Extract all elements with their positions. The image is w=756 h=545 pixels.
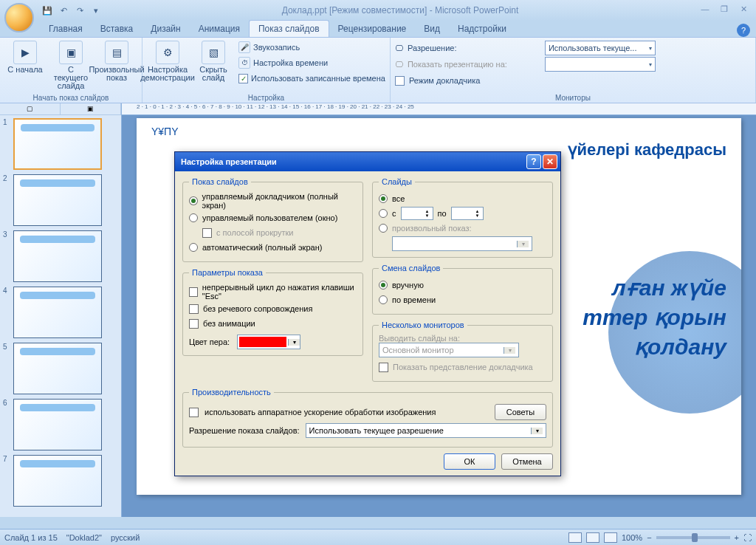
zoom-in-button[interactable]: + xyxy=(735,533,739,542)
slide-thumbnail[interactable]: 2 xyxy=(3,174,118,226)
language-indicator[interactable]: русский xyxy=(111,533,140,542)
to-spinner[interactable]: ▲▼ xyxy=(451,207,484,220)
setup-show-dialog: Настройка презентации ? ✕ Показ слайдов … xyxy=(174,151,561,476)
slides-range-radio[interactable]: с ▲▼ по ▲▼ xyxy=(379,207,546,220)
from-spinner[interactable]: ▲▼ xyxy=(401,207,433,220)
slideshow-resolution-dropdown[interactable]: Использовать текущее разрешение▾ xyxy=(306,423,546,438)
fieldset-legend: Слайды xyxy=(379,177,415,186)
slideshow-resolution-label: Разрешение показа слайдов: xyxy=(189,426,300,435)
cancel-button[interactable]: Отмена xyxy=(501,453,553,470)
tips-button[interactable]: Советы xyxy=(495,404,546,420)
presenter-view-dialog-checkbox: Показать представление докладчика xyxy=(379,360,546,374)
slide-body-text: лған жүйе ттер қорын қолдану xyxy=(583,273,726,362)
fieldset-legend: Показ слайдов xyxy=(189,177,251,186)
sorter-view-button[interactable] xyxy=(586,532,599,543)
slide-thumbnail[interactable]: 6 xyxy=(3,399,118,450)
clock-icon: ⏱ xyxy=(238,57,250,69)
show-type-user-radio[interactable]: управляемый пользователем (окно) xyxy=(189,211,357,224)
setup-icon: ⚙ xyxy=(156,41,179,64)
chevron-down-icon: ▾ xyxy=(288,339,300,346)
fieldset-legend: Производительность xyxy=(189,388,274,397)
checkbox-icon xyxy=(189,319,199,329)
rehearse-timings-button[interactable]: ⏱Настройка времени xyxy=(238,56,385,69)
dialog-title: Настройка презентации xyxy=(181,157,277,166)
start-from-current-button[interactable]: ▣С текущего слайда xyxy=(50,39,92,92)
presenter-view-checkbox[interactable] xyxy=(395,76,405,86)
chevron-down-icon: ▾ xyxy=(649,45,652,52)
show-type-presenter-radio[interactable]: управляемый докладчиком (полный экран) xyxy=(189,192,357,210)
undo-icon[interactable]: ↶ xyxy=(58,4,69,16)
dialog-help-button[interactable]: ? xyxy=(526,154,541,169)
tab-addins[interactable]: Надстройки xyxy=(449,21,515,37)
zoom-slider[interactable] xyxy=(656,536,730,539)
zoom-out-button[interactable]: − xyxy=(647,533,651,542)
office-button[interactable] xyxy=(4,3,34,32)
advance-manual-radio[interactable]: вручную xyxy=(379,278,546,292)
slide-title: үйелері кафедрасы xyxy=(568,140,726,160)
start-from-beginning-button[interactable]: ▶С начала xyxy=(4,39,46,75)
close-icon[interactable]: ✕ xyxy=(737,4,750,16)
slideshow-view-button[interactable] xyxy=(604,532,617,543)
fieldset-legend: Несколько мониторов xyxy=(379,321,467,329)
slide-counter: Слайд 1 из 15 xyxy=(4,533,58,542)
tab-design[interactable]: Дизайн xyxy=(142,21,189,37)
hardware-accel-checkbox[interactable] xyxy=(189,408,199,417)
group-label: Настройка xyxy=(147,92,385,102)
tab-home[interactable]: Главная xyxy=(40,21,92,37)
minimize-icon[interactable]: — xyxy=(698,4,712,16)
ok-button[interactable]: ОК xyxy=(444,453,495,470)
title-bar: 💾 ↶ ↷ ▾ Доклад.ppt [Режим совместимости]… xyxy=(0,0,756,21)
save-icon[interactable]: 💾 xyxy=(41,4,53,16)
record-narration-button[interactable]: 🎤Звукозапись xyxy=(238,41,385,54)
slide-thumbnail[interactable]: 3 xyxy=(3,230,118,282)
output-monitor-label: Выводить слайды на: xyxy=(379,334,546,343)
pen-color-label: Цвет пера: xyxy=(189,337,230,346)
theme-name: "Doklad2" xyxy=(66,533,102,542)
restore-icon[interactable]: ❐ xyxy=(718,4,731,16)
radio-icon xyxy=(379,209,388,218)
status-bar: Слайд 1 из 15 "Doklad2" русский 100% − +… xyxy=(0,529,756,545)
ribbon: ▶С начала ▣С текущего слайда ▤Произвольн… xyxy=(0,37,756,103)
dialog-title-bar[interactable]: Настройка презентации ? ✕ xyxy=(175,152,560,171)
show-type-kiosk-radio[interactable]: автоматический (полный экран) xyxy=(189,241,357,254)
window-title: Доклад.ppt [Режим совместимости] - Micro… xyxy=(102,5,698,16)
use-timings-checkbox[interactable]: ✓Использовать записанные времена xyxy=(238,72,385,85)
chevron-down-icon: ▾ xyxy=(649,61,652,68)
custom-icon: ▤ xyxy=(105,41,128,64)
no-narration-checkbox[interactable]: без речевого сопровождения xyxy=(189,302,357,315)
slide-thumbnail[interactable]: 4 xyxy=(3,287,118,338)
ribbon-tabs: Главная Вставка Дизайн Анимация Показ сл… xyxy=(0,21,756,37)
fit-to-window-button[interactable]: ⛶ xyxy=(743,533,752,542)
tab-insert[interactable]: Вставка xyxy=(92,21,142,37)
resolution-dropdown[interactable]: Использовать текуще...▾ xyxy=(545,41,656,55)
chevron-down-icon: ▾ xyxy=(504,347,515,354)
custom-show-button[interactable]: ▤Произвольный показ xyxy=(96,39,137,83)
tab-review[interactable]: Рецензирование xyxy=(329,21,416,37)
outline-tab[interactable]: ▣ xyxy=(61,103,121,114)
slide-thumbnail[interactable]: 5 xyxy=(3,343,118,394)
loop-checkbox[interactable]: непрерывный цикл до нажатия клавиши "Esc… xyxy=(189,283,357,301)
redo-icon[interactable]: ↷ xyxy=(74,4,86,16)
thumbnails-tab[interactable]: ▢ xyxy=(0,103,61,114)
slide-icon: ▣ xyxy=(59,41,83,64)
tab-animation[interactable]: Анимация xyxy=(190,21,249,37)
slide-thumbnail[interactable]: 7 xyxy=(3,455,118,507)
zoom-level[interactable]: 100% xyxy=(622,533,642,542)
setup-show-button[interactable]: ⚙Настройка демонстрации xyxy=(147,39,188,83)
slides-all-radio[interactable]: все xyxy=(379,192,546,205)
no-animation-checkbox[interactable]: без анимации xyxy=(189,317,357,330)
hide-slide-button[interactable]: ▧Скрыть слайд xyxy=(193,39,234,83)
qat-dropdown-icon[interactable]: ▾ xyxy=(90,4,102,16)
checkbox-icon xyxy=(379,363,388,372)
tab-slideshow[interactable]: Показ слайдов xyxy=(249,20,329,37)
dialog-close-button[interactable]: ✕ xyxy=(543,154,557,169)
slide-thumbnails-panel: ▢ ▣ 1 2 3 4 5 6 7 xyxy=(0,103,122,517)
fieldset-legend: Смена слайдов xyxy=(379,264,443,272)
radio-icon xyxy=(379,224,388,233)
slide-thumbnail[interactable]: 1 xyxy=(3,118,118,170)
advance-timed-radio[interactable]: по времени xyxy=(379,293,546,306)
pen-color-dropdown[interactable]: ▾ xyxy=(237,335,300,349)
normal-view-button[interactable] xyxy=(568,532,582,543)
help-icon[interactable]: ? xyxy=(737,24,750,37)
tab-view[interactable]: Вид xyxy=(415,21,449,37)
